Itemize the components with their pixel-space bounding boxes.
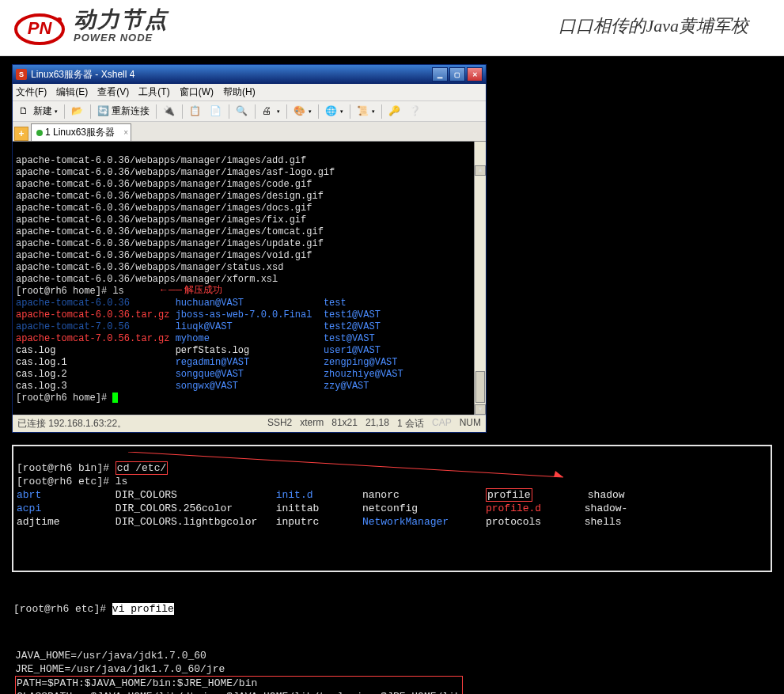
profile-highlight: profile [486,488,532,502]
svg-point-2 [57,17,62,22]
ls-item: cas.log.2 [16,369,67,380]
etc-item: init.d [276,489,313,501]
close-button[interactable]: ✕ [467,67,483,82]
scroll-up-button[interactable]: ▲ [475,165,486,176]
app-icon: S [16,69,27,80]
svg-line-3 [128,452,563,477]
svg-marker-4 [554,471,563,477]
etc-listing: abrt DIR_COLORS init.d nanorc profile sh… [17,488,767,529]
help-button[interactable]: ❔ [406,104,425,119]
ls-item: apache-tomcat-6.0.36.tar.gz [16,309,169,320]
output-line: apache-tomcat-6.0.36/webapps/manager/ima… [16,179,312,190]
menubar: 文件(F) 编辑(E) 查看(V) 工具(T) 窗口(W) 帮助(H) [13,84,486,101]
scroll-thumb[interactable] [475,371,485,403]
reconnect-label: 重新连接 [112,104,150,118]
ls-item: test2@VAST [324,321,381,332]
slogan-text: 口口相传的Java黄埔军校 [559,14,748,38]
status-cap: CAP [432,417,452,430]
folder-icon: 📂 [71,105,84,118]
ls-item: apache-tomcat-7.0.56.tar.gz [16,333,169,344]
search-button[interactable]: 🔍 [233,104,252,119]
pn-logo-icon: PN [12,4,67,47]
etc-item: DIR_COLORS.lightbgcolor [116,516,257,528]
disconnect-button[interactable]: 🔌 [160,104,179,119]
output-line: apache-tomcat-6.0.36/webapps/manager/ima… [16,191,324,202]
tab-session[interactable]: 1 Linux63服务器 × [31,123,131,141]
key-icon: 🔑 [388,105,401,118]
script-button[interactable]: 📜▾ [354,104,378,119]
reconnect-button[interactable]: 🔄重新连接 [94,103,153,119]
transfer-button[interactable]: 🌐▾ [322,104,347,119]
etc-item: DIR_COLORS [116,489,177,501]
key-button[interactable]: 🔑 [385,104,404,119]
output-line: apache-tomcat-6.0.36/webapps/manager/ima… [16,214,306,226]
ls-item: songque@VAST [176,369,244,380]
menu-file[interactable]: 文件(F) [16,85,47,99]
ls-item: huchuan@VAST [176,298,244,309]
titlebar[interactable]: S Linux63服务器 - Xshell 4 ▁ ▢ ✕ [13,65,486,84]
annotation-arrow: ←── 解压成功 [159,284,222,296]
cd-command: cd /etc/ [116,461,168,475]
menu-help[interactable]: 帮助(H) [223,85,256,99]
ls-item: zengping@VAST [324,357,398,368]
tab-close-button[interactable]: × [123,128,128,137]
profile-line: JRE_HOME=/usr/java/jdk1.7.0_60/jre [15,663,225,675]
profile-highlighted: PATH=$PATH:$JAVA_HOME/bin:$JRE_HOME/bin … [15,676,463,694]
ls-item: cas.log [16,345,55,356]
print-button[interactable]: 🖨▾ [259,104,283,119]
palette-icon: 🎨 [294,105,306,118]
output-line: apache-tomcat-6.0.36/webapps/manager/ima… [16,226,324,237]
etc-item: acpi [17,502,41,514]
ls-item: zhouzhiye@VAST [324,369,403,380]
status-sessions: 1 会话 [397,417,424,430]
minimize-button[interactable]: ▁ [432,67,448,82]
ls-item: perfStats.log [176,345,250,356]
color-button[interactable]: 🎨▾ [290,104,315,119]
prompt-ls-etc: [root@rh6 etc]# ls [17,476,127,487]
maximize-button[interactable]: ▢ [449,67,465,82]
ls-item: songwx@VAST [176,381,238,392]
vi-command: vi profile [112,603,174,615]
add-tab-button[interactable]: + [14,127,28,141]
ls-listing: apache-tomcat-6.0.36 huchuan@VAST test a… [16,298,483,393]
menu-window[interactable]: 窗口(W) [180,85,214,99]
connected-icon [36,130,43,136]
etc-item: NetworkManager [362,516,449,528]
open-button[interactable]: 📂 [68,104,87,119]
paste-button[interactable]: 📄 [206,104,225,119]
output-line: apache-tomcat-6.0.36/webapps/manager/ima… [16,203,312,214]
profile-terminal: JAVA_HOME=/usr/java/jdk1.7.0_60 JRE_HOME… [12,634,392,694]
output-line: apache-tomcat-6.0.36/webapps/manager/ima… [16,250,312,261]
arrow-icon [128,452,587,484]
etc-terminal: [root@rh6 bin]# cd /etc/ [root@rh6 etc]#… [12,445,772,572]
disconnect-icon: 🔌 [163,105,176,118]
etc-item: inputrc [276,516,320,528]
status-num: NUM [460,417,481,430]
new-button[interactable]: 🗋新建▾ [16,103,61,119]
etc-item: protocols [486,516,541,528]
window-title: Linux63服务器 - Xshell 4 [31,68,134,82]
menu-tools[interactable]: 工具(T) [138,85,169,99]
scrollbar[interactable]: ▲ ▼ [474,142,486,415]
menu-edit[interactable]: 编辑(E) [56,85,88,99]
menu-view[interactable]: 查看(V) [97,85,129,99]
copy-button[interactable]: 📋 [186,104,205,119]
cursor [112,393,118,403]
tab-label: 1 Linux63服务器 [45,126,115,139]
etc-item: netconfig [362,502,418,514]
ls-item: cas.log.1 [16,357,67,368]
xshell-window: S Linux63服务器 - Xshell 4 ▁ ▢ ✕ 文件(F) 编辑(E… [12,64,487,433]
ls-item: user1@VAST [324,345,381,356]
ls-item: test [324,298,347,309]
output-line: apache-tomcat-6.0.36/webapps/manager/ima… [16,167,335,178]
vi-prompt: [root@rh6 etc]# [13,603,112,615]
terminal-output[interactable]: apache-tomcat-6.0.36/webapps/manager/ima… [13,142,486,415]
scroll-down-button[interactable]: ▼ [475,404,486,415]
reconnect-icon: 🔄 [97,105,110,118]
tab-bar: + 1 Linux63服务器 × [13,122,486,142]
logo-area: PN 动力节点 POWER NODE [12,4,169,47]
print-icon: 🖨 [262,105,275,118]
ls-item: jboss-as-web-7.0.0.Final [176,309,312,320]
page-header: PN 动力节点 POWER NODE 口口相传的Java黄埔军校 [0,0,784,56]
etc-item: profile [487,489,531,501]
